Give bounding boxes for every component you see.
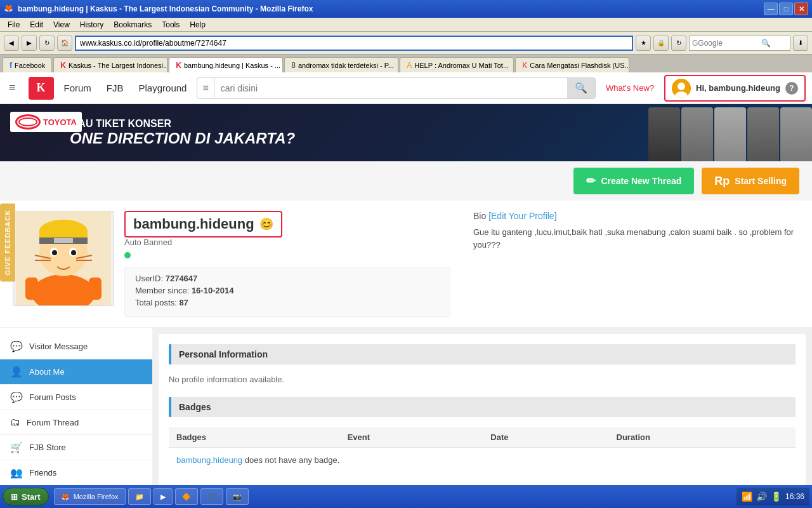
taskbar-item-2[interactable]: ▶ <box>154 488 173 505</box>
search-menu-icon[interactable]: ≡ <box>197 78 214 98</box>
start-button[interactable]: ⊞ Start <box>3 488 49 505</box>
create-thread-button[interactable]: ✏ Create New Thread <box>573 168 694 194</box>
badge-username-link[interactable]: bambung.hideung <box>176 455 242 465</box>
toyota-text: TOYOTA <box>43 117 77 127</box>
menu-edit[interactable]: Edit <box>25 19 48 30</box>
total-posts-row: Total posts: 87 <box>135 298 440 307</box>
taskbar-item-icon-5: 📷 <box>233 493 242 501</box>
taskbar-item-3[interactable]: 🔶 <box>175 488 198 505</box>
svg-rect-18 <box>25 277 38 300</box>
userid-row: UserID: 7274647 <box>135 274 440 283</box>
user-section: Hi, bambung.hideung ? <box>664 75 806 102</box>
user-status: Auto Banned <box>124 237 450 247</box>
tab-andromax[interactable]: 8 andromax tidak terdeteksi - P... ✕ <box>284 57 398 72</box>
taskbar-item-5[interactable]: 📷 <box>226 488 249 505</box>
refresh-button[interactable]: ↻ <box>39 36 55 51</box>
sidebar-item-friends[interactable]: 👥 Friends <box>0 460 152 486</box>
maximize-button[interactable]: □ <box>779 3 793 15</box>
sidebar-label-friends: Friends <box>29 468 56 478</box>
whats-new-link[interactable]: What's New? <box>606 83 654 93</box>
badges-section: Badges Badges Event Date Duration <box>169 397 796 472</box>
sidebar-label-fjb-store: FJB Store <box>29 443 66 452</box>
svg-rect-9 <box>54 238 73 243</box>
profile-info: bambung.hideung 😊 Auto Banned UserID: 72… <box>124 211 450 317</box>
tab-profile[interactable]: K bambung.hideung | Kaskus - ... ✕ <box>169 57 283 72</box>
hamburger-menu[interactable]: ≡ <box>6 79 18 97</box>
taskbar: ⊞ Start 🦊 Mozilla Firefox 📁 ▶ 🔶 🎵 📷 📶 🔊 … <box>0 485 812 508</box>
back-button[interactable]: ◀ <box>4 36 19 51</box>
menu-help[interactable]: Help <box>185 19 211 30</box>
taskbar-item-4[interactable]: 🎵 <box>200 488 223 505</box>
member-since-label: Member since: <box>135 286 189 295</box>
nav-playground[interactable]: Playground <box>139 83 187 93</box>
window-controls: — □ ✕ <box>764 3 808 15</box>
user-avatar <box>672 79 691 98</box>
taskbar-item-1[interactable]: 📁 <box>128 488 151 505</box>
start-selling-button[interactable]: Rp Start Selling <box>702 168 799 194</box>
online-indicator <box>124 252 131 258</box>
banner-people <box>648 104 812 161</box>
sidebar-item-visitor-message[interactable]: 💬 Visitor Message <box>0 334 152 359</box>
no-badge-cell: bambung.hideung does not have any badge. <box>169 448 796 473</box>
search-container: ≡ 🔍 <box>197 77 596 99</box>
search-button[interactable]: 🔍 <box>567 78 595 98</box>
download-button[interactable]: ⬇ <box>793 36 808 51</box>
taskbar-item-0[interactable]: 🦊 Mozilla Firefox <box>54 488 126 505</box>
taskbar-item-label-0: Mozilla Firefox <box>74 493 119 500</box>
menu-tools[interactable]: Tools <box>157 19 185 30</box>
minimize-button[interactable]: — <box>764 3 778 15</box>
sidebar-item-forum-posts[interactable]: 💬 Forum Posts <box>0 385 152 410</box>
kaskus-header: ≡ K Forum FJB Playground ≡ 🔍 What's New?… <box>0 72 812 104</box>
main-content: 💬 Visitor Message 👤 About Me 💬 Forum Pos… <box>0 328 812 508</box>
edit-profile-link[interactable]: [Edit Your Profile] <box>488 211 556 221</box>
fjb-store-icon: 🛒 <box>10 441 23 453</box>
browser-search-bar[interactable]: G 🔍 <box>689 36 790 51</box>
address-bar[interactable] <box>75 36 633 51</box>
close-button[interactable]: ✕ <box>794 3 808 15</box>
search-input[interactable] <box>214 83 567 93</box>
no-badge-text: does not have any badge. <box>245 455 340 465</box>
search-icon: 🔍 <box>761 39 771 48</box>
svg-rect-19 <box>89 277 102 300</box>
tab-kaskus-main[interactable]: K Kaskus - The Largest Indonesi... ✕ <box>53 57 167 72</box>
tray-icon-volume: 🔊 <box>756 491 767 502</box>
username: bambung.hideung <box>133 216 254 232</box>
col-badges: Badges <box>169 427 340 448</box>
certificate-button[interactable]: 🔒 <box>653 36 669 51</box>
sidebar-item-forum-thread[interactable]: 🗂 Forum Thread <box>0 410 152 435</box>
address-input[interactable] <box>80 39 628 48</box>
forward-button[interactable]: ▶ <box>22 36 37 51</box>
total-posts-value: 87 <box>179 298 188 307</box>
bookmark-button[interactable]: ★ <box>636 36 651 51</box>
total-posts-label: Total posts: <box>135 298 177 307</box>
kaskus-logo[interactable]: K <box>29 77 54 100</box>
tab-label: HELP : Andromax U Mati Tot... <box>414 62 509 69</box>
feedback-tab[interactable]: GIVE FEEDBACK <box>0 203 15 281</box>
tab-flashdisk[interactable]: K Cara Mengatasi Flashdisk (US... ✕ <box>515 57 629 72</box>
tray-icon-network: 📶 <box>742 491 752 502</box>
tab-help-andromax[interactable]: A HELP : Andromax U Mati Tot... ✕ <box>400 57 514 72</box>
about-me-icon: 👤 <box>10 366 23 378</box>
nav-forum[interactable]: Forum <box>64 83 91 93</box>
forum-thread-icon: 🗂 <box>10 417 20 428</box>
browser-search-input[interactable] <box>698 39 761 48</box>
menu-view[interactable]: View <box>48 19 75 30</box>
menu-history[interactable]: History <box>75 19 108 30</box>
sidebar-item-fjb-store[interactable]: 🛒 FJB Store <box>0 435 152 460</box>
help-icon[interactable]: ? <box>785 82 798 95</box>
menu-file[interactable]: File <box>3 19 25 30</box>
tab-facebook[interactable]: f Facebook <box>3 57 52 72</box>
home-button[interactable]: 🏠 <box>57 36 72 51</box>
tab-label: Cara Mengatasi Flashdisk (US... <box>530 62 629 69</box>
nav-fjb[interactable]: FJB <box>107 83 124 93</box>
sidebar-item-about-me[interactable]: 👤 About Me <box>0 359 152 385</box>
profile-avatar <box>13 211 114 306</box>
tabs-bar: f Facebook K Kaskus - The Largest Indone… <box>0 55 812 72</box>
person1 <box>648 107 680 161</box>
col-event: Event <box>340 427 483 448</box>
tab-favicon: K <box>522 61 527 70</box>
menu-bookmarks[interactable]: Bookmarks <box>108 19 157 30</box>
reload-button[interactable]: ↻ <box>671 36 686 51</box>
taskbar-item-icon-0: 🦊 <box>61 493 70 501</box>
person2 <box>681 107 713 161</box>
